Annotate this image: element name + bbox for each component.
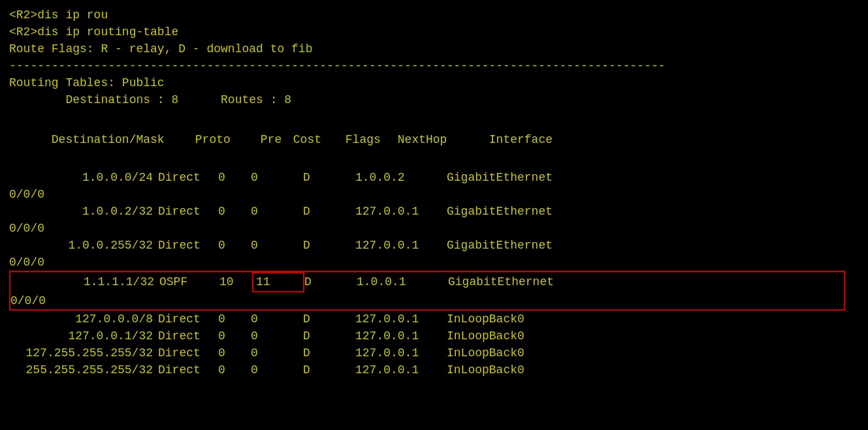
route-line: 1.0.0.255/32Direct00D127.0.0.1GigabitEth… xyxy=(9,237,859,254)
table-row: 1.0.0.255/32Direct00D127.0.0.1GigabitEth… xyxy=(9,237,859,271)
route-flags: D xyxy=(303,237,355,254)
route-nexthop: 127.0.0.1 xyxy=(355,328,447,345)
route-nexthop: 127.0.0.1 xyxy=(355,237,447,254)
route-flags: D xyxy=(304,273,357,290)
route-iface: GigabitEthernet xyxy=(447,171,553,184)
route-line: 1.1.1.1/32OSPF1011D1.0.0.1GigabitEtherne… xyxy=(10,272,844,292)
route-dest: 1.0.0.2/32 xyxy=(9,203,153,220)
table-row: 255.255.255.255/32Direct00D127.0.0.1InLo… xyxy=(9,361,859,378)
route-iface: GigabitEthernet xyxy=(447,239,553,252)
routing-table: Destination/MaskProtoPreCostFlagsNextHop… xyxy=(9,114,859,378)
route-proto: Direct xyxy=(153,328,218,345)
table-row: 1.0.0.0/24Direct00D1.0.0.2GigabitEtherne… xyxy=(9,169,859,203)
route-dest: 1.1.1.1/32 xyxy=(10,273,154,290)
route-pre: 0 xyxy=(218,311,251,328)
route-proto: Direct xyxy=(153,237,218,254)
header-dest: Destination/Mask xyxy=(52,131,195,148)
terminal-window: <R2>dis ip rou <R2>dis ip routing-table … xyxy=(9,7,859,378)
route-line: 1.0.0.0/24Direct00D1.0.0.2GigabitEtherne… xyxy=(9,169,859,186)
route-pre: 10 xyxy=(219,273,252,290)
route-dest: 1.0.0.0/24 xyxy=(9,169,153,186)
line-prompt2: <R2>dis ip routing-table xyxy=(9,23,859,40)
route-line: 127.255.255.255/32Direct00D127.0.0.1InLo… xyxy=(9,345,859,361)
line-separator: ----------------------------------------… xyxy=(9,57,859,74)
route-nexthop: 1.0.0.2 xyxy=(355,169,447,186)
route-iface: InLoopBack0 xyxy=(447,363,524,376)
route-cost: 0 xyxy=(251,203,303,220)
route-flags: D xyxy=(303,311,355,328)
route-cost: 0 xyxy=(251,328,303,345)
header-proto: Proto xyxy=(195,131,261,148)
table-row: 1.0.0.2/32Direct00D127.0.0.1GigabitEther… xyxy=(9,203,859,237)
header-pre: Pre xyxy=(261,131,293,148)
route-iface: InLoopBack0 xyxy=(447,313,524,326)
header-iface: Interface xyxy=(489,133,553,146)
route-iface: GigabitEthernet xyxy=(448,275,554,288)
route-proto: Direct xyxy=(153,345,218,361)
header-cost: Cost xyxy=(293,131,346,148)
route-dest: 1.0.0.255/32 xyxy=(9,237,153,254)
header-flags: Flags xyxy=(346,131,398,148)
table-row: 127.0.0.0/8Direct00D127.0.0.1InLoopBack0 xyxy=(9,311,859,328)
route-proto: Direct xyxy=(153,169,218,186)
route-cost: 0 xyxy=(251,169,303,186)
route-proto: Direct xyxy=(153,203,218,220)
route-nexthop: 127.0.0.1 xyxy=(355,345,447,361)
route-cost: 0 xyxy=(251,345,303,361)
line-route-flags: Route Flags: R - relay, D - download to … xyxy=(9,40,859,57)
route-cost: 0 xyxy=(251,361,303,378)
route-proto: Direct xyxy=(153,361,218,378)
route-pre: 0 xyxy=(218,345,251,361)
route-proto: Direct xyxy=(153,311,218,328)
table-row: 127.0.0.1/32Direct00D127.0.0.1InLoopBack… xyxy=(9,328,859,345)
route-pre: 0 xyxy=(218,169,251,186)
line-destinations-routes: Destinations : 8 Routes : 8 xyxy=(9,91,859,108)
route-line: 127.0.0.0/8Direct00D127.0.0.1InLoopBack0 xyxy=(9,311,859,328)
route-dest: 127.0.0.0/8 xyxy=(9,311,153,328)
line-routing-tables: Routing Tables: Public xyxy=(9,74,859,91)
route-iface: GigabitEthernet xyxy=(447,205,553,218)
route-flags: D xyxy=(303,169,355,186)
route-cost: 11 xyxy=(252,272,304,292)
route-nexthop: 127.0.0.1 xyxy=(355,361,447,378)
route-nexthop: 127.0.0.1 xyxy=(355,203,447,220)
table-header: Destination/MaskProtoPreCostFlagsNextHop… xyxy=(9,114,859,165)
route-dest: 255.255.255.255/32 xyxy=(9,361,153,378)
route-iface: InLoopBack0 xyxy=(447,330,524,343)
route-cost: 0 xyxy=(251,311,303,328)
route-cost: 0 xyxy=(251,237,303,254)
route-flags: D xyxy=(303,345,355,361)
route-proto: OSPF xyxy=(154,273,219,290)
route-iface-continuation: 0/0/0 xyxy=(9,220,859,237)
route-flags: D xyxy=(303,203,355,220)
route-nexthop: 127.0.0.1 xyxy=(355,311,447,328)
route-line: 1.0.0.2/32Direct00D127.0.0.1GigabitEther… xyxy=(9,203,859,220)
header-nexthop: NextHop xyxy=(398,131,489,148)
route-flags: D xyxy=(303,328,355,345)
line-prompt1: <R2>dis ip rou xyxy=(9,7,859,23)
route-nexthop: 1.0.0.1 xyxy=(357,273,448,290)
route-dest: 127.255.255.255/32 xyxy=(9,345,153,361)
route-pre: 0 xyxy=(218,328,251,345)
route-pre: 0 xyxy=(218,361,251,378)
routes-container: 1.0.0.0/24Direct00D1.0.0.2GigabitEtherne… xyxy=(9,169,859,378)
route-iface-continuation: 0/0/0 xyxy=(9,254,859,271)
route-flags: D xyxy=(303,361,355,378)
route-iface-continuation: 0/0/0 xyxy=(9,186,859,203)
route-iface-continuation: 0/0/0 xyxy=(10,292,844,309)
route-pre: 0 xyxy=(218,203,251,220)
route-pre: 0 xyxy=(218,237,251,254)
route-iface: InLoopBack0 xyxy=(447,346,524,360)
route-line: 127.0.0.1/32Direct00D127.0.0.1InLoopBack… xyxy=(9,328,859,345)
table-row: 1.1.1.1/32OSPF1011D1.0.0.1GigabitEtherne… xyxy=(9,271,845,310)
table-row: 127.255.255.255/32Direct00D127.0.0.1InLo… xyxy=(9,345,859,361)
route-line: 255.255.255.255/32Direct00D127.0.0.1InLo… xyxy=(9,361,859,378)
route-dest: 127.0.0.1/32 xyxy=(9,328,153,345)
